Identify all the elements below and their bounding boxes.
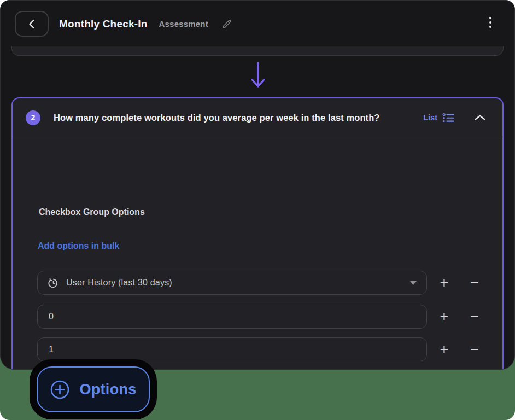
dropdown-selected-value: User History (last 30 days) xyxy=(66,278,172,288)
chevron-left-icon xyxy=(28,19,35,29)
option-value-input[interactable]: 1 xyxy=(37,337,427,361)
collapse-card-button[interactable] xyxy=(474,114,486,121)
question-type-selector[interactable]: List xyxy=(423,113,454,123)
app-window: Monthly Check-In Assessment xyxy=(0,0,515,370)
kebab-menu-icon[interactable] xyxy=(486,16,495,29)
add-options-in-bulk-link[interactable]: Add options in bulk xyxy=(38,241,119,251)
chevron-up-icon xyxy=(474,114,486,121)
option-value: 1 xyxy=(49,345,54,354)
arrow-down-icon xyxy=(249,61,267,93)
option-row: 1 + − xyxy=(37,337,488,361)
plus-circle-icon xyxy=(50,380,70,400)
add-option-button[interactable]: + xyxy=(431,271,458,295)
pencil-icon[interactable] xyxy=(221,19,232,29)
question-card-body: Checkbox Group Options Add options in bu… xyxy=(13,137,502,369)
list-icon xyxy=(442,113,454,123)
add-option-button[interactable]: + xyxy=(431,305,458,329)
history-clock-icon xyxy=(48,277,59,289)
question-number-badge: 2 xyxy=(26,110,40,125)
option-value: 0 xyxy=(49,312,54,322)
question-card: 2 How many complete workouts did you ave… xyxy=(11,97,504,369)
options-button[interactable]: Options xyxy=(37,366,150,412)
question-card-header: 2 How many complete workouts did you ave… xyxy=(13,98,502,137)
question-text: How many complete workouts did you avera… xyxy=(54,113,423,123)
back-button[interactable] xyxy=(15,11,49,37)
page-title: Monthly Check-In xyxy=(59,18,148,30)
remove-option-button[interactable]: − xyxy=(461,305,488,329)
option-row: 0 + − xyxy=(37,305,488,329)
options-button-label: Options xyxy=(79,381,136,398)
previous-question-card-partial[interactable] xyxy=(11,46,504,56)
option-row-dropdown: User History (last 30 days) + − xyxy=(37,271,488,295)
user-history-dropdown[interactable]: User History (last 30 days) xyxy=(37,271,427,295)
question-type-label: List xyxy=(423,113,437,122)
remove-option-button[interactable]: − xyxy=(461,271,488,295)
header: Monthly Check-In Assessment xyxy=(1,1,514,47)
remove-option-button[interactable]: − xyxy=(461,337,488,361)
add-option-button[interactable]: + xyxy=(431,337,458,361)
options-button-highlight-ring: Options xyxy=(30,359,157,419)
page-subtitle: Assessment xyxy=(159,19,208,28)
page-background: Monthly Check-In Assessment xyxy=(0,0,515,420)
options-section-title: Checkbox Group Options xyxy=(39,207,145,217)
option-value-input[interactable]: 0 xyxy=(37,305,427,329)
caret-down-icon xyxy=(410,281,417,285)
